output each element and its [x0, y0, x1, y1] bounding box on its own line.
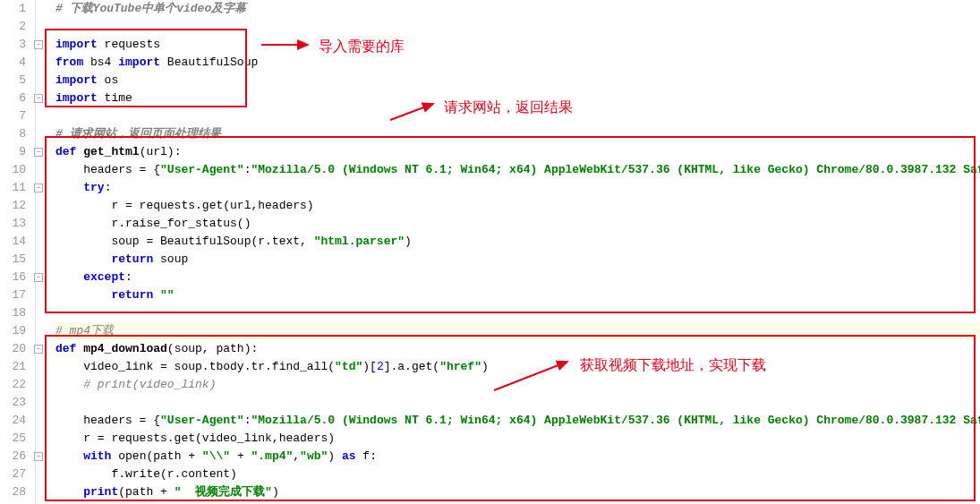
code-content[interactable]: # 下载YouTube中单个video及字幕import requestsfro… — [43, 0, 980, 501]
line-number: 1 — [0, 0, 26, 18]
code-token: get_html — [83, 145, 139, 158]
code-line[interactable]: return soup — [55, 251, 980, 269]
code-token: import — [55, 73, 98, 87]
code-token: f.write(r.content) — [55, 467, 237, 481]
code-line[interactable] — [55, 107, 980, 125]
code-token: # print(video_link) — [83, 378, 216, 391]
code-token — [55, 485, 83, 499]
code-token: ) — [272, 485, 279, 499]
code-token: "" — [160, 288, 175, 302]
code-line[interactable]: # print(video_link) — [55, 376, 980, 394]
code-line[interactable]: r.raise_for_status() — [55, 215, 980, 233]
line-number: 11 — [0, 179, 26, 197]
code-token: r.raise_for_status() — [55, 217, 251, 230]
code-line[interactable]: return "" — [55, 286, 980, 304]
code-token: time — [98, 91, 132, 105]
line-number: 18 — [0, 304, 26, 322]
code-line[interactable]: def mp4_download(soup, path): — [55, 340, 980, 358]
code-token — [55, 252, 111, 266]
line-number: 15 — [0, 251, 26, 269]
code-line[interactable]: headers = {"User-Agent":"Mozilla/5.0 (Wi… — [55, 161, 980, 179]
code-token: try — [83, 181, 104, 194]
line-number: 5 — [0, 72, 26, 90]
line-number: 28 — [0, 483, 26, 501]
code-token: : — [105, 181, 112, 194]
code-token: "wb" — [300, 449, 328, 463]
code-token: with — [83, 449, 111, 463]
code-line[interactable]: def get_html(url): — [55, 143, 980, 161]
code-token: "html.parser" — [314, 235, 405, 248]
code-line[interactable] — [55, 304, 980, 322]
line-number: 13 — [0, 215, 26, 233]
fold-toggle-icon[interactable]: − — [34, 273, 43, 282]
code-token: video_link = soup.tbody.tr.find_all( — [55, 360, 335, 373]
code-line[interactable]: import requests — [55, 36, 980, 54]
code-token — [55, 270, 83, 284]
code-token: mp4_download — [83, 342, 167, 355]
fold-toggle-icon[interactable]: − — [34, 184, 43, 192]
code-token: , — [293, 449, 300, 463]
line-number: 26 — [0, 448, 26, 466]
code-token: from — [55, 56, 83, 69]
code-token: r = requests.get(url,headers) — [55, 199, 314, 212]
line-number: 23 — [0, 394, 26, 412]
code-line[interactable] — [55, 18, 980, 36]
line-number: 4 — [0, 54, 26, 72]
code-token: # 请求网站，返回页面处理结果 — [55, 127, 221, 141]
line-number: 3 — [0, 36, 26, 54]
fold-toggle-icon[interactable]: − — [34, 148, 43, 157]
code-token: (soup, path): — [167, 342, 258, 355]
code-token: "\\" — [202, 449, 230, 463]
code-line[interactable]: from bs4 import BeautifulSoup — [55, 54, 980, 72]
code-line[interactable]: soup = BeautifulSoup(r.text, "html.parse… — [55, 233, 980, 251]
line-number: 25 — [0, 430, 26, 448]
code-token: + — [230, 449, 251, 463]
code-line[interactable]: # 请求网站，返回页面处理结果 — [55, 125, 980, 143]
line-number: 7 — [0, 107, 26, 125]
line-number: 6 — [0, 90, 26, 107]
code-line[interactable] — [55, 394, 980, 412]
code-line[interactable]: video_link = soup.tbody.tr.find_all("td"… — [55, 358, 980, 376]
code-line[interactable]: r = requests.get(url,headers) — [55, 197, 980, 215]
code-token: return — [111, 288, 153, 302]
code-token: soup = BeautifulSoup(r.text, — [55, 235, 314, 248]
code-token: : — [125, 270, 132, 284]
fold-toggle-icon[interactable]: − — [34, 40, 43, 49]
code-token: requests — [98, 38, 160, 51]
code-token: ) — [328, 449, 342, 463]
fold-toggle-icon[interactable]: − — [34, 452, 43, 461]
code-line[interactable]: except: — [55, 269, 980, 286]
fold-toggle-icon[interactable]: − — [34, 345, 43, 354]
code-token: import — [55, 91, 98, 105]
code-area[interactable]: −−−−−−− # 下载YouTube中单个video及字幕import req… — [36, 0, 980, 504]
code-line[interactable]: # mp4下载 — [55, 322, 980, 340]
code-token: def — [55, 145, 83, 158]
code-token: as — [342, 449, 356, 463]
code-line[interactable]: with open(path + "\\" + ".mp4","wb") as … — [55, 448, 980, 466]
code-line[interactable]: import os — [55, 72, 980, 90]
line-number: 24 — [0, 412, 26, 430]
code-token: import — [55, 38, 98, 51]
code-line[interactable]: # 下载YouTube中单个video及字幕 — [55, 0, 980, 18]
code-token — [55, 378, 83, 391]
code-line[interactable]: import time — [55, 90, 980, 107]
code-line[interactable]: try: — [55, 179, 980, 197]
fold-toggle-icon[interactable]: − — [34, 94, 43, 103]
code-token: f: — [356, 449, 377, 463]
code-line[interactable]: f.write(r.content) — [55, 466, 980, 483]
code-token: ].a.get( — [384, 360, 439, 373]
code-token: "Mozilla/5.0 (Windows NT 6.1; Win64; x64… — [251, 414, 980, 427]
code-token: return — [111, 252, 153, 266]
code-line[interactable]: r = requests.get(video_link,headers) — [55, 430, 980, 448]
code-token — [55, 449, 83, 463]
code-line[interactable]: print(path + " 视频完成下载") — [55, 483, 980, 501]
code-token: "href" — [439, 360, 481, 373]
code-editor[interactable]: 1234567891011121314151617181920212223242… — [0, 0, 980, 504]
code-token: print — [83, 485, 118, 499]
line-number: 21 — [0, 358, 26, 376]
code-token: open(path + — [111, 449, 201, 463]
code-token: "User-Agent" — [160, 414, 244, 427]
line-number: 20 — [0, 340, 26, 358]
code-token: # 下载YouTube中单个video及字幕 — [55, 2, 246, 15]
code-line[interactable]: headers = {"User-Agent":"Mozilla/5.0 (Wi… — [55, 412, 980, 430]
